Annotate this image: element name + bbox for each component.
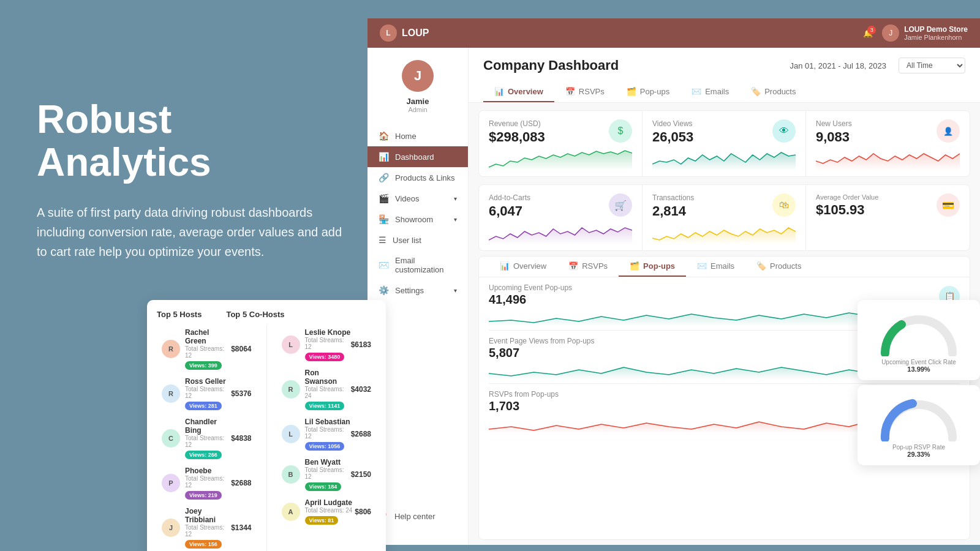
host-row: A April Ludgate Total Streams: 24 Views:… bbox=[282, 495, 372, 528]
host-left: R Ron Swanson Total Streams: 24 Views: 1… bbox=[282, 369, 351, 410]
host-name: Joey Tribbiani bbox=[185, 507, 231, 524]
host-amount: $806 bbox=[355, 508, 371, 516]
sidebar-item-settings[interactable]: ⚙️ Settings ▾ bbox=[368, 280, 468, 301]
host-name: Lil Sebastian bbox=[305, 418, 351, 426]
stats-grid-2: Add-to-Carts 6,047 🛒 bbox=[478, 184, 970, 251]
user-details: LOUP Demo Store Jamie Plankenhorn bbox=[904, 25, 968, 41]
po-overview-icon: 📊 bbox=[500, 261, 510, 271]
date-range: Jan 01, 2021 - Jul 18, 2023 bbox=[790, 61, 886, 70]
column-divider bbox=[266, 324, 267, 551]
video-views-label: Video Views bbox=[652, 119, 693, 128]
date-controls: Jan 01, 2021 - Jul 18, 2023 All Time Las… bbox=[790, 58, 965, 73]
sidebar-label-videos: Videos bbox=[395, 194, 420, 203]
host-badge: Views: 281 bbox=[185, 402, 222, 410]
host-badge: Views: 1056 bbox=[305, 442, 345, 451]
stat-transactions: Transactions 2,814 🛍 bbox=[643, 185, 806, 250]
notification-bell[interactable]: 🔔 3 bbox=[863, 29, 873, 38]
sidebar-label-home: Home bbox=[395, 132, 417, 141]
new-users-icon: 👤 bbox=[937, 119, 960, 143]
brand: L LOUP bbox=[380, 24, 429, 42]
transactions-icon: 🛍 bbox=[772, 193, 796, 217]
sidebar-item-email[interactable]: ✉️ Email customization bbox=[368, 250, 468, 280]
headline: Robust Analytics bbox=[37, 98, 355, 184]
sidebar-item-showroom[interactable]: 🏪 Showroom ▾ bbox=[368, 209, 468, 230]
aov-icon: 💳 bbox=[937, 193, 960, 217]
host-name: Phoebe bbox=[185, 467, 231, 475]
host-avatar: R bbox=[282, 380, 300, 399]
host-name: Ross Geller bbox=[185, 377, 231, 386]
hosts-card-header: Top 5 Hosts Top 5 Co-Hosts bbox=[147, 300, 386, 324]
stats-grid-1: Revenue (USD) $298,083 $ bbox=[478, 110, 970, 177]
sidebar-label-products: Products & Links bbox=[395, 173, 455, 182]
sidebar-item-products[interactable]: 🔗 Products & Links bbox=[368, 167, 468, 188]
popup-tab-rsvps[interactable]: 📅 RSVPs bbox=[557, 257, 619, 277]
popup-tab-popups[interactable]: 🗂️ Pop-ups bbox=[619, 257, 686, 277]
email-icon: ✉️ bbox=[379, 260, 389, 270]
revenue-label: Revenue (USD) bbox=[489, 119, 545, 128]
brand-logo: L bbox=[380, 24, 397, 42]
host-amount: $4032 bbox=[351, 385, 371, 394]
host-row: P Phoebe Total Streams: 12 Views: 219 $2… bbox=[162, 463, 252, 503]
host-info: Joey Tribbiani Total Streams: 12 Views: … bbox=[185, 507, 231, 549]
click-rate-value: 13.99% bbox=[865, 365, 973, 373]
host-row: R Ross Geller Total Streams: 12 Views: 2… bbox=[162, 373, 252, 414]
rsvps-tab-label: RSVPs bbox=[579, 87, 605, 96]
tab-products[interactable]: 🏷️ Products bbox=[740, 82, 807, 102]
sidebar-item-videos[interactable]: 🎬 Videos ▾ bbox=[368, 188, 468, 209]
tab-emails[interactable]: ✉️ Emails bbox=[680, 82, 740, 102]
host-amount: $2688 bbox=[351, 430, 371, 438]
tab-overview[interactable]: 📊 Overview bbox=[483, 82, 554, 102]
user-avatar-small: J bbox=[882, 24, 899, 42]
popup-tab-overview[interactable]: 📊 Overview bbox=[489, 257, 557, 277]
host-streams: Total Streams: 12 bbox=[305, 426, 351, 440]
showroom-icon: 🏪 bbox=[379, 214, 389, 224]
host-avatar: A bbox=[282, 503, 300, 521]
transactions-sparkline bbox=[652, 223, 796, 244]
rsvp-rate-label: Pop-up RSVP Rate bbox=[865, 444, 973, 451]
upcoming-label: Upcoming Event Pop-ups bbox=[489, 283, 939, 292]
aov-value: $105.93 bbox=[816, 202, 878, 218]
sidebar-item-dashboard[interactable]: 📊 Dashboard bbox=[368, 146, 468, 167]
popup-tab-products[interactable]: 🏷️ Products bbox=[745, 257, 812, 277]
po-products-label: Products bbox=[770, 261, 801, 271]
host-name: Leslie Knope bbox=[305, 328, 351, 337]
tab-popups[interactable]: 🗂️ Pop-ups bbox=[616, 82, 680, 102]
popup-tab-emails[interactable]: ✉️ Emails bbox=[686, 257, 745, 277]
popups-tab-icon: 🗂️ bbox=[627, 87, 636, 96]
emails-tab-label: Emails bbox=[705, 87, 729, 96]
transactions-value: 2,814 bbox=[652, 203, 694, 219]
host-amount: $2150 bbox=[351, 470, 371, 479]
host-avatar: L bbox=[282, 335, 300, 354]
host-left: B Ben Wyatt Total Streams: 12 Views: 184 bbox=[282, 458, 351, 491]
host-badge: Views: 156 bbox=[185, 540, 222, 549]
po-rsvps-icon: 📅 bbox=[568, 261, 578, 271]
sidebar-item-home[interactable]: 🏠 Home bbox=[368, 126, 468, 146]
navbar-right: 🔔 3 J LOUP Demo Store Jamie Plankenhorn bbox=[863, 24, 968, 42]
home-icon: 🏠 bbox=[379, 131, 389, 141]
po-overview-label: Overview bbox=[513, 261, 546, 271]
tab-rsvps[interactable]: 📅 RSVPs bbox=[554, 82, 616, 102]
host-left: J Joey Tribbiani Total Streams: 12 Views… bbox=[162, 507, 231, 549]
host-left: R Ross Geller Total Streams: 12 Views: 2… bbox=[162, 377, 231, 410]
add-to-carts-label: Add-to-Carts bbox=[489, 193, 530, 202]
host-info: Rachel Green Total Streams: 12 Views: 39… bbox=[185, 328, 231, 370]
top5-cohosts-title: Top 5 Co-Hosts bbox=[226, 310, 284, 319]
host-streams: Total Streams: 12 bbox=[185, 524, 231, 538]
popup-tab-nav: 📊 Overview 📅 RSVPs 🗂️ Pop-ups ✉️ Emails bbox=[479, 257, 970, 277]
time-select[interactable]: All Time Last 30 Days Last 7 Days bbox=[899, 58, 965, 73]
sidebar-item-userlist[interactable]: ☰ User list bbox=[368, 230, 468, 250]
host-info: Lil Sebastian Total Streams: 12 Views: 1… bbox=[305, 418, 351, 451]
new-users-sparkline bbox=[816, 149, 960, 170]
host-avatar: J bbox=[162, 519, 180, 537]
host-avatar: R bbox=[162, 384, 180, 403]
notification-badge: 3 bbox=[867, 26, 876, 34]
settings-icon: ⚙️ bbox=[379, 285, 389, 295]
sidebar-label-dashboard: Dashboard bbox=[395, 152, 434, 162]
overview-tab-icon: 📊 bbox=[494, 87, 504, 96]
host-row: L Lil Sebastian Total Streams: 12 Views:… bbox=[282, 414, 372, 454]
user-info[interactable]: J LOUP Demo Store Jamie Plankenhorn bbox=[882, 24, 968, 42]
cohost-list: L Leslie Knope Total Streams: 12 Views: … bbox=[272, 324, 382, 536]
host-info: Chandler Bing Total Streams: 12 Views: 2… bbox=[185, 418, 231, 459]
chevron-down-icon: ▾ bbox=[454, 195, 457, 202]
rsvps-tab-icon: 📅 bbox=[565, 87, 575, 96]
